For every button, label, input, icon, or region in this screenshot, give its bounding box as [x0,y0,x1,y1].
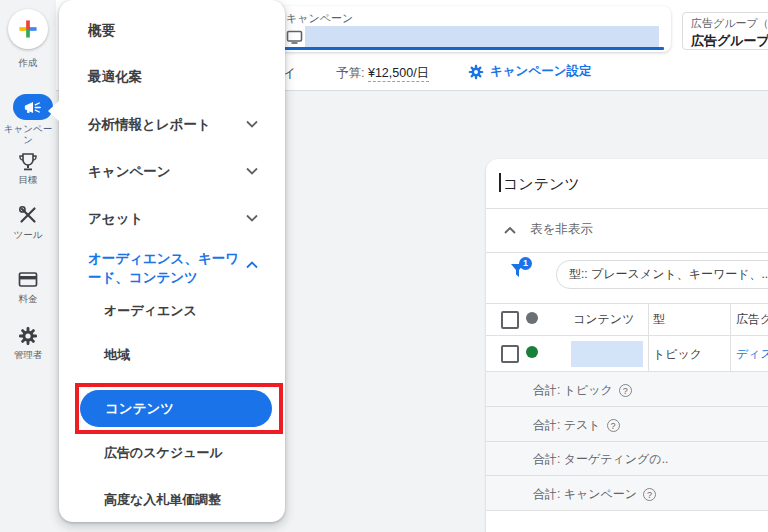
sidebar-item-create-label[interactable]: 作成 [0,57,56,68]
campaign-selector-label: キャンペーン [286,11,353,26]
card-icon [18,271,38,288]
flyout-arrow [48,100,60,122]
chevron-up-icon [246,261,258,269]
divider [486,208,768,209]
menu-item-locations[interactable]: 地域 [104,346,130,364]
column-header-type[interactable]: 型 [653,311,665,328]
content-name-redacted [571,341,643,367]
left-nav: 作成 キャンペーン 目標 [0,0,56,532]
ad-group-selector-label: 広告グループ（ [691,16,768,31]
divider [486,252,768,253]
campaign-name-redacted[interactable] [305,26,659,47]
menu-item-advanced-bid-adj[interactable]: 高度な入札単価調整 [104,491,221,509]
sidebar-item-admin[interactable] [0,326,56,350]
sidebar-item-billing[interactable] [0,271,56,292]
chevron-up-icon [504,226,516,234]
help-icon[interactable] [619,384,632,397]
create-button[interactable] [8,9,48,49]
menu-item-campaigns[interactable]: キャンペーン [88,163,171,181]
chevron-down-icon [246,120,258,128]
menu-item-audiences-keywords-content[interactable]: オーディエンス、キーワード、コンテンツ [88,249,250,287]
summary-row: 合計: キャンペーン [486,476,768,510]
text-cursor [499,173,501,192]
table-border [486,510,768,511]
menu-item-recommendations[interactable]: 最適化案 [88,68,142,86]
hide-table-toggle[interactable]: 表を非表示 [504,221,593,238]
gear-icon [468,64,484,80]
tools-icon [18,205,38,225]
panel-title: コンテンツ [503,175,580,194]
chevron-down-icon [246,214,258,222]
campaign-selector-underline [284,47,664,50]
select-all-checkbox[interactable] [501,311,519,329]
summary-label: 合計: ターゲティングの.. [533,451,668,468]
budget-info: 予算: ¥12,500/日 [336,65,429,82]
menu-item-overview[interactable]: 概要 [88,22,115,40]
trophy-icon [18,152,38,172]
column-header-adgroup[interactable]: 広告グ [736,311,768,328]
hide-table-label: 表を非表示 [530,221,593,238]
sidebar-item-goals[interactable] [0,152,56,176]
summary-label: 合計: トピック [533,382,613,399]
table-border [486,335,768,336]
sidebar-item-campaigns-label[interactable]: キャンペーン [1,123,55,145]
filter-count-badge: 1 [519,257,532,270]
summary-label: 合計: キャンペーン [533,486,637,503]
sidebar-item-tools-label[interactable]: ツール [0,229,56,240]
sidebar-item-goals-label[interactable]: 目標 [0,174,56,185]
contents-panel: コンテンツ 表を非表示 1 型:: プレースメント、キーワード、... コンテン… [486,159,768,532]
campaign-settings-label: キャンペーン設定 [490,63,591,80]
campaigns-flyout-menu: 概要 最適化案 分析情報とレポート キャンペーン アセット オーディエンス、キー… [59,0,285,522]
row-type-cell: トピック [653,346,702,363]
red-annotation-box [75,383,283,434]
filter-chip[interactable]: 型:: プレースメント、キーワード、... [556,260,768,289]
summary-row: 合計: トピック [486,372,768,406]
display-campaign-icon [286,30,303,45]
summary-label: 合計: テスト [533,417,601,434]
column-header-content[interactable]: コンテンツ [573,311,634,328]
budget-value[interactable]: ¥12,500/日 [368,66,429,82]
sidebar-item-campaigns[interactable] [13,94,53,120]
sidebar-item-tools[interactable] [0,205,56,229]
ad-group-name: 広告グループ [691,32,768,50]
row-checkbox[interactable] [501,345,519,363]
plus-icon [17,18,39,40]
campaign-settings-button[interactable]: キャンペーン設定 [468,63,591,80]
summary-row: 合計: ターゲティングの.. [486,442,768,475]
table-border [486,303,768,304]
budget-label: 予算: [336,66,364,80]
menu-item-assets[interactable]: アセット [88,210,143,228]
status-column-dot [526,312,538,324]
filter-button[interactable]: 1 [510,263,526,283]
menu-item-ad-schedule[interactable]: 広告のスケジュール [104,444,223,462]
gear-icon [18,326,38,346]
summary-row: 合計: テスト [486,407,768,441]
menu-item-insights-reports[interactable]: 分析情報とレポート [88,116,211,134]
menu-item-audiences[interactable]: オーディエンス [104,302,197,320]
status-enabled-dot [526,346,538,358]
chevron-down-icon [246,167,258,175]
sidebar-item-admin-label[interactable]: 管理者 [0,349,56,360]
help-icon[interactable] [643,488,656,501]
campaign-selector[interactable]: キャンペーン [279,6,671,52]
sidebar-item-billing-label[interactable]: 料金 [0,293,56,304]
help-icon[interactable] [607,419,620,432]
megaphone-icon [24,101,42,114]
google-ads-app: ディスプレイ 予算: ¥12,500/日 キャンペーン設定 キャンペーン [0,0,768,532]
ad-group-selector[interactable]: 広告グループ（ 広告グループ [682,12,768,50]
row-adgroup-link[interactable]: ディス [736,346,768,363]
